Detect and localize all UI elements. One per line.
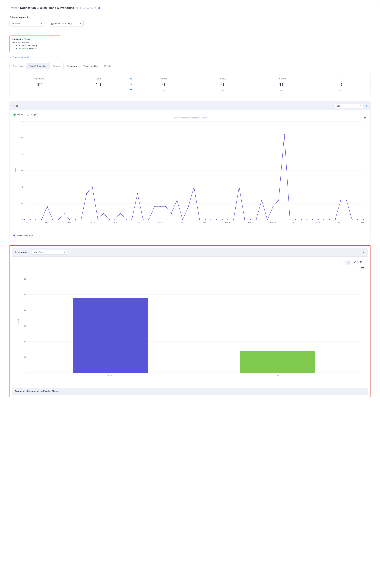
- svg-text:15: 15: [21, 121, 23, 123]
- svg-rect-3: [130, 88, 132, 90]
- download-icon[interactable]: [130, 77, 132, 80]
- filter-operator: exists: [29, 47, 35, 49]
- svg-point-35: [120, 213, 121, 214]
- breadcrumb-sep: /: [18, 6, 19, 10]
- users-icon[interactable]: [130, 83, 132, 85]
- remove-filter-icon[interactable]: ✕: [35, 47, 37, 49]
- svg-point-53: [222, 219, 223, 220]
- stat-pct: 0%: [136, 89, 191, 91]
- page-title: Notification Clicked- Trend & Properties: [20, 6, 74, 10]
- svg-text:60: 60: [24, 278, 26, 280]
- svg-point-21: [41, 219, 42, 220]
- svg-text:Jul 02: Jul 02: [22, 221, 27, 223]
- stat-users: Users 16: [69, 73, 128, 96]
- svg-point-75: [346, 200, 347, 201]
- trend-panel: Trend Daily ▾ Events People: [9, 102, 371, 240]
- date-range-select[interactable]: In the last 60 days ▾: [49, 21, 84, 26]
- pin-icon[interactable]: [363, 251, 365, 253]
- trend-chart[interactable]: 02.557.51012.515Jul 02Jul 06Jul 10Jul 14…: [14, 120, 366, 228]
- radio-label: People: [31, 113, 37, 116]
- trend-legend: Notification Clicked: [10, 231, 370, 240]
- svg-point-23: [52, 219, 53, 220]
- stat-tv: TV 0 0%: [311, 73, 370, 96]
- svg-point-24: [58, 219, 59, 220]
- stat-value: 16: [71, 82, 126, 87]
- legend-label: Notification Clicked: [17, 234, 34, 237]
- stat-value: 0: [136, 82, 191, 87]
- svg-point-42: [160, 206, 161, 207]
- bookmark-label: Bookmark event: [13, 56, 29, 58]
- svg-text:30: 30: [24, 325, 26, 327]
- stat-value: 0: [195, 82, 251, 87]
- svg-point-76: [352, 219, 353, 220]
- granularity-select[interactable]: Daily ▾: [335, 104, 363, 108]
- svg-rect-111: [73, 298, 148, 373]
- segment-select[interactable]: All users ▾: [9, 21, 44, 26]
- date-range-value: In the last 60 days: [55, 22, 79, 25]
- event-property-chart[interactable]: 0102030405060HTMLAMPEvents: [16, 270, 364, 380]
- property-select[interactable]: mimeType ▾: [32, 250, 67, 254]
- pin-icon[interactable]: [375, 2, 377, 4]
- pin-icon[interactable]: [363, 390, 365, 392]
- chart-menu-icon[interactable]: [364, 117, 366, 119]
- breadcrumb-root[interactable]: Event: [9, 6, 17, 10]
- filter-property: mimeType: [19, 47, 28, 49]
- svg-text:40: 40: [24, 309, 26, 311]
- stat-label: TV: [313, 77, 369, 80]
- tab-people[interactable]: People: [101, 63, 114, 69]
- svg-point-45: [176, 200, 177, 201]
- radio-events[interactable]: Events: [14, 113, 23, 116]
- stat-pct: 100%: [254, 89, 310, 91]
- tab-quick-view[interactable]: Quick view: [9, 63, 26, 69]
- svg-text:Jul 14: Jul 14: [90, 221, 95, 223]
- svg-point-49: [199, 219, 200, 220]
- tab-technographics[interactable]: Technographics: [80, 63, 101, 69]
- stat-label: Tablet: [195, 77, 251, 80]
- svg-point-20: [35, 219, 36, 220]
- svg-point-34: [114, 219, 115, 220]
- table-icon[interactable]: [358, 260, 364, 265]
- svg-point-73: [335, 219, 336, 220]
- radio-people[interactable]: People: [27, 113, 37, 116]
- svg-point-72: [329, 219, 330, 220]
- svg-text:Aug 03: Aug 03: [203, 221, 208, 223]
- tab-geography[interactable]: Geography: [63, 63, 80, 69]
- bar-chart-icon[interactable]: [345, 260, 351, 265]
- pin-icon[interactable]: [365, 105, 367, 107]
- svg-point-43: [165, 206, 166, 207]
- svg-point-26: [69, 219, 70, 220]
- device-icon[interactable]: [130, 88, 132, 90]
- svg-text:10: 10: [24, 356, 26, 358]
- chevron-down-icon: ▾: [80, 23, 81, 25]
- svg-point-78: [363, 219, 364, 220]
- stat-label: Total events: [11, 77, 67, 80]
- svg-text:AMP: AMP: [275, 375, 279, 377]
- line-chart-icon[interactable]: [351, 260, 358, 265]
- breadcrumb: Event / Notification Clicked- Trend & Pr…: [9, 6, 371, 10]
- refresh-icon[interactable]: [98, 7, 100, 9]
- svg-point-69: [312, 219, 313, 220]
- chevron-down-icon: ▾: [64, 251, 65, 253]
- svg-point-38: [137, 193, 138, 194]
- svg-rect-96: [360, 261, 362, 263]
- stat-mobile: Mobile 0 0%: [134, 73, 193, 96]
- filter-item: mimeType exists ✕: [19, 47, 57, 49]
- svg-point-47: [188, 206, 189, 207]
- tab-trend-properties[interactable]: Trend & Properties: [26, 63, 50, 69]
- property-value: mimeType: [34, 251, 62, 253]
- bookmark-event-button[interactable]: Bookmark event: [9, 56, 371, 58]
- svg-point-44: [171, 213, 172, 214]
- svg-point-37: [132, 219, 132, 220]
- svg-point-74: [340, 200, 341, 201]
- svg-text:Jul 18: Jul 18: [113, 221, 117, 223]
- tab-session[interactable]: Session: [50, 63, 63, 69]
- svg-text:Jul 10: Jul 10: [67, 221, 72, 223]
- chart-menu-icon[interactable]: [361, 266, 364, 269]
- chevron-down-icon: ▾: [41, 23, 42, 25]
- svg-point-52: [216, 219, 217, 220]
- svg-text:20: 20: [24, 340, 26, 342]
- svg-text:10: 10: [21, 153, 23, 155]
- svg-point-48: [193, 187, 194, 188]
- stat-pct: 0%: [195, 89, 251, 91]
- svg-text:0: 0: [22, 219, 23, 221]
